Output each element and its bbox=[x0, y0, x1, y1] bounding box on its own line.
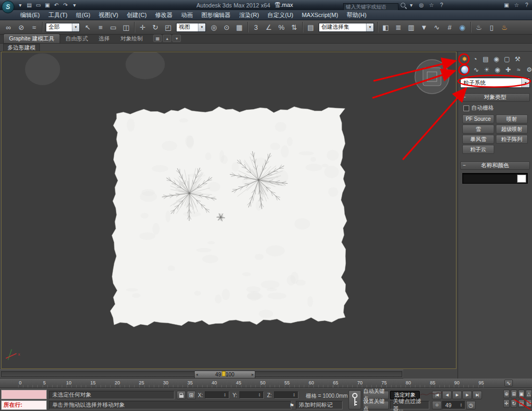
menu-item-1[interactable]: 编辑(E) bbox=[16, 10, 44, 20]
time-slider[interactable]: ◂ 49 / 100 ▸ bbox=[0, 369, 403, 379]
particle-array-button[interactable]: 粒子阵列 bbox=[496, 135, 528, 144]
menu-item-4[interactable]: 视图(V) bbox=[95, 10, 123, 20]
help-icon[interactable]: ? bbox=[522, 1, 531, 9]
save-file-icon[interactable]: ▣ bbox=[43, 1, 52, 9]
render-production-icon[interactable]: ♨ bbox=[498, 21, 511, 34]
utilities-tab-icon[interactable]: ⚒ bbox=[513, 55, 522, 63]
named-selection-sets-combo[interactable]: 创建选择集▾ bbox=[319, 23, 374, 32]
infocenter-help-icon[interactable]: ? bbox=[437, 1, 446, 9]
display-tab-icon[interactable]: ▢ bbox=[503, 55, 511, 63]
motion-tab-icon[interactable]: ◉ bbox=[492, 55, 501, 63]
rollout-object-type[interactable]: − 对象类型 bbox=[460, 93, 530, 102]
menu-item-5[interactable]: 创建(C) bbox=[122, 10, 151, 20]
spray-button[interactable]: 喷射 bbox=[496, 114, 528, 124]
ribbon-config-icon[interactable]: ▦ bbox=[153, 35, 162, 42]
shapes-category-icon[interactable]: ∿ bbox=[472, 65, 480, 74]
edit-named-selection-sets-icon[interactable]: ▤ bbox=[304, 21, 317, 34]
zoom-icon[interactable]: ⊕ bbox=[503, 390, 510, 398]
ribbon-tab-1[interactable]: Graphite 建模工具 bbox=[3, 34, 60, 43]
add-time-tag[interactable]: 添加时间标记 bbox=[296, 401, 343, 409]
favorites-icon[interactable]: ☆ bbox=[427, 1, 436, 9]
polygon-modeling-tab[interactable]: 多边形建模 bbox=[3, 44, 40, 51]
previous-frame-button[interactable]: ◀ bbox=[442, 391, 452, 399]
set-key-button[interactable]: 设置关键点 bbox=[363, 401, 389, 409]
current-frame-field[interactable]: 49 ▲▼ bbox=[442, 401, 466, 409]
bind-to-space-warp-icon[interactable]: ≈ bbox=[28, 21, 40, 34]
render-setup-icon[interactable]: ♨ bbox=[472, 21, 485, 34]
mirror-icon[interactable]: ◧ bbox=[379, 21, 392, 34]
slider-left-arrow-icon[interactable]: ◂ bbox=[196, 372, 198, 377]
unlink-selection-icon[interactable]: ⊘ bbox=[15, 21, 28, 34]
rectangular-selection-icon[interactable]: ▭ bbox=[107, 21, 120, 34]
menu-item-9[interactable]: 渲染(R) bbox=[235, 10, 263, 20]
lights-category-icon[interactable]: ☀ bbox=[483, 65, 491, 74]
viewport[interactable]: x bbox=[1, 52, 456, 369]
play-button[interactable]: ▶ bbox=[452, 391, 462, 399]
mini-curve-editor-icon[interactable]: ∿ bbox=[504, 380, 513, 387]
chevron-down-icon[interactable]: ▾ bbox=[172, 35, 181, 42]
pan-icon[interactable]: ✛ bbox=[503, 399, 510, 408]
snap-toggle-3d-icon[interactable]: 3 bbox=[250, 21, 262, 34]
select-and-scale-icon[interactable]: ◰ bbox=[162, 21, 174, 34]
zoom-all-icon[interactable]: ⊞ bbox=[511, 390, 517, 398]
snow-button[interactable]: 雪 bbox=[462, 125, 494, 134]
align-icon[interactable]: ≣ bbox=[392, 21, 405, 34]
create-tab-icon[interactable]: ✸ bbox=[460, 55, 469, 63]
key-filters-button[interactable]: 关键点过滤器... bbox=[390, 401, 429, 409]
curve-editor-icon[interactable]: ∿ bbox=[430, 21, 443, 34]
undo-icon[interactable]: ↶ bbox=[52, 1, 61, 9]
zoom-region-icon[interactable]: ◲ bbox=[518, 399, 525, 408]
particle-cloud-button[interactable]: 粒子云 bbox=[462, 145, 494, 154]
selection-lock-toggle[interactable] bbox=[177, 391, 186, 399]
menu-item-11[interactable]: MAXScript(M) bbox=[297, 10, 342, 20]
select-object-icon[interactable]: ↖ bbox=[81, 21, 94, 34]
search-dropdown-icon[interactable]: ▾ bbox=[407, 1, 415, 9]
helpers-category-icon[interactable]: ✚ bbox=[504, 65, 512, 74]
rollout-name-color[interactable]: − 名称和颜色 bbox=[460, 161, 530, 170]
space-warps-category-icon[interactable]: ≈ bbox=[514, 65, 523, 74]
maxscript-macro-line[interactable] bbox=[1, 390, 47, 399]
layer-manager-icon[interactable]: ▥ bbox=[405, 21, 418, 34]
search-input[interactable] bbox=[343, 3, 398, 11]
x-coordinate-field[interactable]: ▲▼ bbox=[205, 391, 229, 399]
super-spray-button[interactable]: 超级喷射 bbox=[496, 125, 528, 134]
set-keys-big-button[interactable] bbox=[348, 390, 361, 409]
y-coordinate-field[interactable]: ▲▼ bbox=[239, 391, 264, 399]
select-and-move-icon[interactable]: ✛ bbox=[136, 21, 149, 34]
workspace-icon[interactable]: ▣ bbox=[502, 1, 511, 9]
geometry-category-icon[interactable] bbox=[461, 65, 469, 74]
use-pivot-center-icon[interactable]: ◎ bbox=[207, 21, 220, 34]
open-file-icon[interactable]: ▭ bbox=[34, 1, 43, 9]
spinner-snap-icon[interactable]: ⇅ bbox=[288, 21, 301, 34]
ribbon-tab-3[interactable]: 选择 bbox=[93, 34, 115, 43]
modify-tab-icon[interactable]: ◔ bbox=[471, 55, 479, 63]
field-of-view-icon[interactable]: △ bbox=[526, 390, 532, 398]
communication-center-icon[interactable]: ◎ bbox=[417, 1, 426, 9]
cameras-category-icon[interactable]: ◉ bbox=[493, 65, 502, 74]
systems-category-icon[interactable]: ⚙ bbox=[525, 65, 532, 74]
pf-source-button[interactable]: PF Source bbox=[462, 114, 494, 124]
object-color-swatch[interactable] bbox=[517, 175, 526, 183]
blizzard-button[interactable]: 暴风雪 bbox=[462, 135, 494, 144]
category-dropdown[interactable]: 粒子系统 ▾ bbox=[460, 78, 530, 88]
object-name-field[interactable] bbox=[462, 173, 528, 184]
selection-filter-combo[interactable]: 全部▾ bbox=[46, 23, 80, 32]
menu-item-7[interactable]: 动画 bbox=[177, 10, 197, 20]
application-menu-icon[interactable]: ▾ bbox=[16, 1, 24, 9]
maxscript-listener-line[interactable]: 所在行: bbox=[1, 400, 47, 410]
menu-item-3[interactable]: 组(G) bbox=[72, 10, 95, 20]
redo-icon[interactable]: ↷ bbox=[61, 1, 70, 9]
project-dropdown-icon[interactable]: ▾ bbox=[70, 1, 79, 9]
select-and-rotate-icon[interactable]: ↻ bbox=[149, 21, 162, 34]
viewport-canvas[interactable]: x bbox=[2, 52, 456, 368]
select-and-manipulate-icon[interactable]: ⊙ bbox=[220, 21, 233, 34]
slider-right-arrow-icon[interactable]: ▸ bbox=[252, 372, 254, 377]
ribbon-minimize-icon[interactable]: ▴ bbox=[163, 35, 171, 42]
zoom-extents-icon[interactable]: ▣ bbox=[518, 390, 525, 398]
next-frame-button[interactable]: ▶ bbox=[462, 391, 472, 399]
go-to-end-button[interactable]: ▶| bbox=[472, 391, 482, 399]
menu-item-2[interactable]: 工具(T) bbox=[44, 10, 72, 20]
reference-coordinate-combo[interactable]: 视图▾ bbox=[176, 23, 206, 32]
hierarchy-tab-icon[interactable]: ▤ bbox=[481, 55, 490, 63]
absolute-mode-toggle[interactable]: ⊞ bbox=[187, 391, 196, 399]
